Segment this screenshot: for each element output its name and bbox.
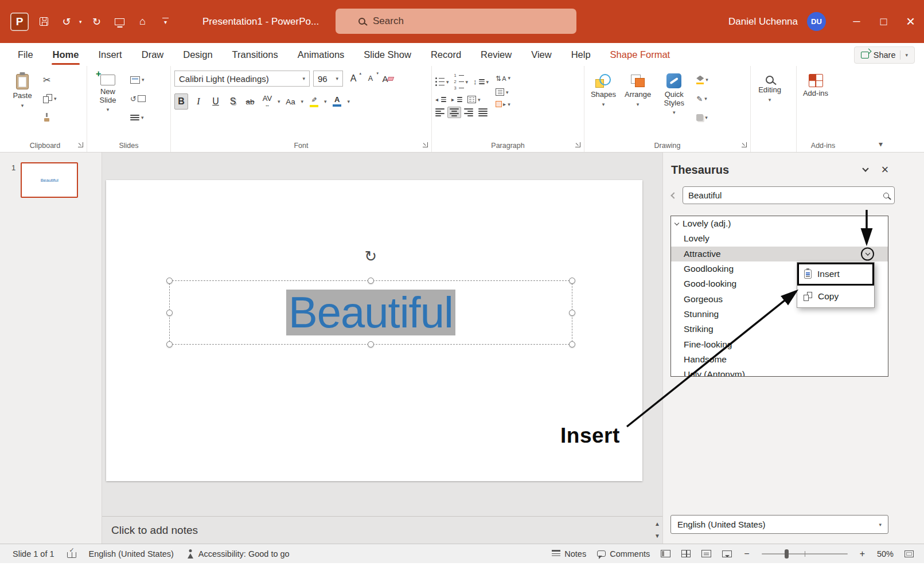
tab-draw[interactable]: Draw bbox=[132, 43, 174, 66]
character-spacing-button[interactable]: AV bbox=[260, 93, 274, 110]
selection-handle-top-right[interactable] bbox=[569, 278, 575, 284]
text-box[interactable]: Beautiful bbox=[169, 280, 572, 345]
word-group-header[interactable]: Lovely (adj.) bbox=[671, 216, 888, 231]
convert-smartart-button[interactable] bbox=[496, 101, 510, 107]
close-button[interactable] bbox=[897, 0, 924, 43]
menu-item-insert[interactable]: Insert bbox=[797, 263, 874, 286]
slideshow-view-button[interactable] bbox=[722, 550, 732, 557]
previous-slide-button[interactable]: ▲ bbox=[654, 521, 660, 527]
zoom-slider-thumb[interactable] bbox=[785, 549, 789, 559]
tab-insert[interactable]: Insert bbox=[88, 43, 131, 66]
shapes-button[interactable]: Shapes bbox=[588, 71, 619, 137]
notes-area[interactable]: Click to add notes bbox=[102, 516, 662, 544]
word-item[interactable]: Stunning bbox=[671, 307, 888, 322]
highlight-dropdown-icon[interactable] bbox=[324, 99, 327, 104]
slide-title-text[interactable]: Beautiful bbox=[286, 290, 455, 336]
notes-toggle[interactable]: Notes bbox=[552, 549, 586, 559]
tab-record[interactable]: Record bbox=[421, 43, 471, 66]
decrease-font-size-button[interactable] bbox=[364, 71, 377, 87]
font-color-dropdown-icon[interactable] bbox=[348, 99, 350, 104]
selection-handle-bottom-middle[interactable] bbox=[368, 341, 374, 347]
bold-button[interactable]: B bbox=[174, 93, 188, 110]
text-shadow-button[interactable]: S bbox=[226, 93, 240, 110]
search-box[interactable]: Search bbox=[336, 9, 576, 34]
word-item[interactable]: Striking bbox=[671, 322, 888, 337]
fit-slide-button[interactable] bbox=[904, 550, 914, 557]
align-center-button[interactable] bbox=[447, 107, 461, 118]
search-icon[interactable] bbox=[883, 193, 889, 198]
thesaurus-language-selector[interactable]: English (United States) bbox=[670, 515, 888, 534]
tab-view[interactable]: View bbox=[521, 43, 561, 66]
home-icon[interactable] bbox=[135, 13, 151, 30]
bullets-button[interactable] bbox=[435, 77, 449, 86]
italic-button[interactable]: I bbox=[192, 93, 205, 110]
language-status[interactable]: English (United States) bbox=[89, 549, 174, 559]
text-direction-button[interactable] bbox=[496, 73, 510, 83]
new-slide-button[interactable]: New Slide bbox=[91, 71, 125, 137]
redo-button[interactable] bbox=[89, 13, 105, 30]
format-painter-button[interactable] bbox=[41, 111, 59, 124]
normal-view-button[interactable] bbox=[661, 550, 670, 557]
arrange-button[interactable]: Arrange bbox=[622, 71, 653, 137]
font-size-combobox[interactable]: 96 bbox=[313, 71, 343, 87]
section-button[interactable] bbox=[128, 111, 147, 124]
reading-view-button[interactable] bbox=[701, 550, 711, 557]
align-text-button[interactable] bbox=[496, 88, 510, 96]
share-dropdown-icon[interactable] bbox=[905, 52, 908, 58]
character-spacing-dropdown-icon[interactable] bbox=[278, 99, 280, 104]
font-family-combobox[interactable]: Calibri Light (Headings) bbox=[174, 71, 310, 87]
strikethrough-button[interactable]: ab bbox=[243, 93, 257, 110]
copy-button[interactable] bbox=[41, 92, 59, 106]
cut-button[interactable] bbox=[41, 73, 59, 87]
pane-options-button[interactable] bbox=[856, 162, 875, 177]
zoom-in-button[interactable]: + bbox=[859, 549, 866, 559]
copy-dropdown-icon[interactable] bbox=[54, 96, 57, 101]
selection-handle-middle-right[interactable] bbox=[569, 310, 575, 316]
tab-slide-show[interactable]: Slide Show bbox=[354, 43, 421, 66]
font-dialog-launcher[interactable] bbox=[423, 142, 428, 147]
change-case-dropdown-icon[interactable] bbox=[301, 99, 304, 104]
word-item[interactable]: Ugly (Antonym) bbox=[671, 367, 888, 377]
zoom-slider[interactable] bbox=[762, 553, 848, 554]
selection-handle-top-left[interactable] bbox=[166, 278, 173, 284]
accessibility-status[interactable]: Accessibility: Good to go bbox=[186, 549, 290, 559]
align-left-button[interactable] bbox=[435, 108, 445, 116]
tab-animations[interactable]: Animations bbox=[288, 43, 354, 66]
save-button[interactable] bbox=[36, 13, 52, 30]
tab-file[interactable]: File bbox=[8, 43, 43, 66]
word-item[interactable]: Lovely bbox=[671, 231, 888, 246]
highlight-color-button[interactable] bbox=[307, 93, 321, 110]
rotation-handle[interactable] bbox=[365, 248, 377, 265]
slide-thumbnail[interactable]: Beautiful bbox=[21, 162, 78, 198]
word-item[interactable]: Handsome bbox=[671, 352, 888, 367]
editing-button[interactable]: Editing bbox=[754, 71, 785, 137]
align-right-button[interactable] bbox=[464, 108, 473, 116]
slide-indicator[interactable]: Slide 1 of 1 bbox=[13, 549, 54, 559]
tab-home[interactable]: Home bbox=[43, 43, 89, 66]
share-button[interactable]: Share bbox=[854, 46, 915, 64]
pane-close-button[interactable] bbox=[875, 162, 895, 177]
font-color-button[interactable] bbox=[330, 93, 344, 110]
shape-fill-button[interactable] bbox=[695, 73, 710, 87]
thesaurus-search-box[interactable] bbox=[683, 186, 895, 204]
thesaurus-search-input[interactable] bbox=[688, 190, 880, 200]
back-button[interactable] bbox=[666, 193, 681, 198]
drawing-dialog-launcher[interactable] bbox=[742, 142, 747, 147]
add-ins-button[interactable]: Add-ins bbox=[800, 71, 831, 137]
change-case-button[interactable]: Aa bbox=[284, 93, 298, 110]
justify-button[interactable] bbox=[478, 108, 488, 116]
paragraph-dialog-launcher[interactable] bbox=[575, 142, 580, 147]
underline-button[interactable]: U bbox=[209, 93, 223, 110]
increase-indent-button[interactable] bbox=[451, 96, 462, 103]
new-slide-dropdown-icon[interactable] bbox=[107, 107, 110, 112]
clipboard-dialog-launcher[interactable] bbox=[78, 142, 83, 147]
layout-button[interactable] bbox=[128, 73, 147, 87]
attractive-dropdown-button[interactable] bbox=[861, 247, 874, 260]
slide-sorter-view-button[interactable] bbox=[681, 550, 691, 557]
reset-button[interactable] bbox=[128, 92, 147, 106]
tab-design[interactable]: Design bbox=[173, 43, 222, 66]
customize-toolbar-button[interactable] bbox=[158, 13, 174, 30]
columns-button[interactable] bbox=[467, 96, 481, 103]
line-spacing-button[interactable] bbox=[473, 77, 489, 86]
word-item[interactable]: Fine-looking bbox=[671, 337, 888, 352]
